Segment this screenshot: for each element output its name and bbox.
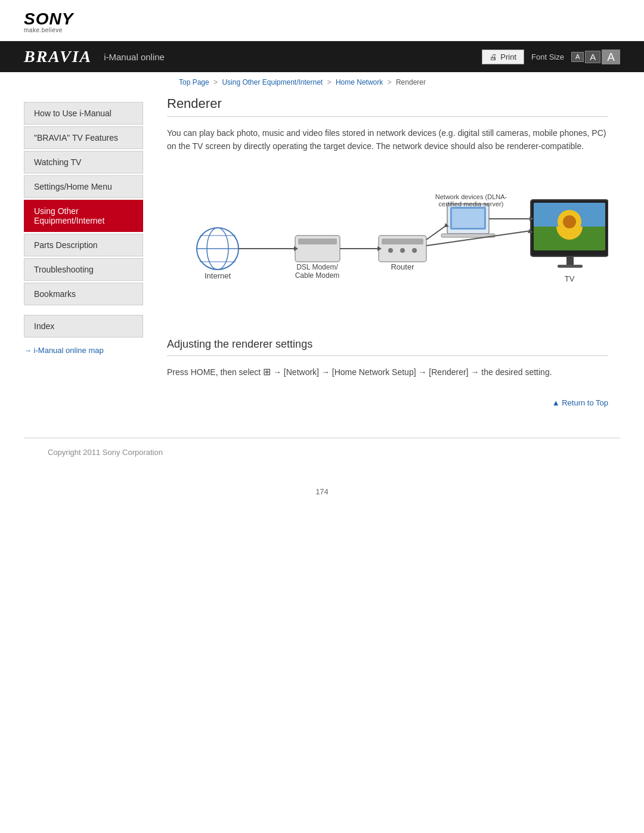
breadcrumb-home-network[interactable]: Home Network (336, 78, 383, 86)
main-container: How to Use i-Manual "BRAVIA" TV Features… (0, 90, 644, 426)
print-icon: 🖨 (490, 52, 497, 61)
sidebar-item-bookmarks[interactable]: Bookmarks (24, 283, 143, 305)
svg-rect-7 (298, 239, 337, 244)
sidebar-index[interactable]: Index (24, 315, 143, 337)
svg-point-14 (412, 248, 417, 253)
bravia-subtitle: i-Manual online (104, 52, 165, 62)
font-medium-button[interactable]: A (585, 51, 600, 63)
return-to-top-container: ▲ Return to Top (167, 391, 608, 408)
top-bar: SONY make.believe (0, 0, 644, 41)
section-title: Adjusting the renderer settings (167, 338, 608, 356)
svg-text:DSL Modem/: DSL Modem/ (296, 263, 338, 271)
breadcrumb-sep2: > (327, 78, 332, 86)
svg-text:Internet: Internet (205, 271, 231, 280)
breadcrumb-sep1: > (213, 78, 218, 86)
bravia-right: 🖨 Print Font Size A A A (482, 49, 620, 64)
svg-text:Router: Router (391, 262, 414, 271)
sidebar-map-link[interactable]: → i-Manual online map (24, 346, 143, 355)
print-label: Print (500, 52, 516, 61)
footer-divider: Copyright 2011 Sony Corporation (24, 438, 620, 481)
sony-logo: SONY make.believe (24, 11, 620, 33)
sidebar-item-watching-tv[interactable]: Watching TV (24, 151, 143, 174)
svg-text:Cable Modem: Cable Modem (295, 271, 340, 280)
sidebar-item-troubleshooting[interactable]: Troubleshooting (24, 258, 143, 281)
svg-rect-29 (566, 256, 574, 265)
sidebar-item-bravia-features[interactable]: "BRAVIA" TV Features (24, 126, 143, 149)
svg-text:certified media server): certified media server) (439, 200, 504, 208)
font-large-button[interactable]: A (602, 49, 620, 64)
svg-rect-30 (558, 265, 583, 268)
svg-point-12 (388, 248, 393, 253)
instruction-text: Press HOME, then select ⊞ → [Network] → … (167, 364, 608, 380)
breadcrumb-current: Renderer (396, 78, 426, 86)
network-diagram: Internet DSL Modem/ Cable Modem Router (167, 165, 608, 320)
intro-text: You can play back photo, music and video… (167, 126, 608, 153)
breadcrumb-top-page[interactable]: Top Page (179, 78, 209, 86)
svg-point-13 (400, 248, 405, 253)
sidebar-item-using-other[interactable]: Using Other Equipment/Internet (24, 200, 143, 232)
font-small-button[interactable]: A (571, 52, 584, 62)
print-button[interactable]: 🖨 Print (482, 49, 524, 64)
sidebar-item-how-to-use[interactable]: How to Use i-Manual (24, 102, 143, 125)
page-number: 174 (0, 481, 644, 508)
breadcrumb-sep3: > (388, 78, 392, 86)
svg-text:Network devices (DLNA-: Network devices (DLNA- (435, 193, 507, 200)
bravia-left: BRAVIA i-Manual online (24, 47, 165, 66)
font-size-controls: A A A (571, 49, 620, 64)
return-to-top-link[interactable]: ▲ Return to Top (552, 398, 608, 407)
font-size-label: Font Size (531, 52, 564, 61)
page-title: Renderer (167, 96, 608, 117)
copyright-text: Copyright 2011 Sony Corporation (24, 448, 163, 457)
svg-rect-11 (382, 239, 423, 244)
sony-tagline: make.believe (24, 27, 620, 33)
sidebar-item-parts[interactable]: Parts Description (24, 234, 143, 256)
sidebar: How to Use i-Manual "BRAVIA" TV Features… (0, 90, 143, 426)
svg-point-28 (563, 215, 576, 228)
breadcrumb-using-other[interactable]: Using Other Equipment/Internet (222, 78, 323, 86)
bravia-title: BRAVIA (24, 47, 92, 66)
sidebar-item-settings[interactable]: Settings/Home Menu (24, 175, 143, 198)
svg-rect-18 (452, 209, 484, 228)
sony-name: SONY (24, 11, 620, 27)
breadcrumb: Top Page > Using Other Equipment/Interne… (0, 72, 644, 90)
svg-text:TV: TV (565, 274, 575, 283)
content-area: Renderer You can play back photo, music … (143, 90, 644, 426)
bravia-banner: BRAVIA i-Manual online 🖨 Print Font Size… (0, 41, 644, 72)
